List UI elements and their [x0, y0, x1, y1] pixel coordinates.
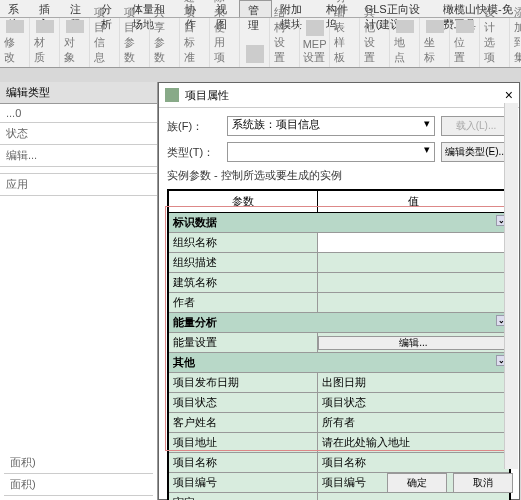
ribbon-icon: [36, 20, 54, 33]
left-item[interactable]: 编辑...: [0, 145, 157, 167]
dialog-title-bar: 项目属性 ×: [159, 83, 519, 108]
ribbon-item-4[interactable]: 项目 参数: [120, 18, 150, 67]
ribbon-icon: [426, 20, 444, 33]
group-header[interactable]: 标识数据⌄: [168, 213, 510, 233]
family-label: 族(F)：: [167, 119, 227, 134]
ribbon-icon: [306, 20, 324, 36]
col-param: 参数: [168, 190, 317, 213]
ribbon-icon: [456, 20, 474, 33]
param-value[interactable]: [317, 293, 510, 313]
ribbon-item-5[interactable]: 共享 参数: [150, 18, 180, 67]
param-name: 建筑名称: [168, 273, 317, 293]
left-item[interactable]: 应用: [0, 174, 157, 196]
param-name: 组织名称: [168, 233, 317, 253]
param-name: 项目编号: [168, 473, 317, 493]
load-button: 载入(L)...: [441, 116, 511, 136]
type-label: 类型(T)：: [167, 145, 227, 160]
dialog-icon: [165, 88, 179, 102]
ribbon-item-6[interactable]: 传递 项目标准: [180, 18, 210, 67]
ribbon-item-8[interactable]: [240, 18, 270, 67]
group-header[interactable]: 其他⌄: [168, 353, 510, 373]
param-value[interactable]: 请在此处输入地址: [317, 433, 510, 453]
left-header: 编辑类型: [0, 82, 157, 104]
ribbon-item-14[interactable]: 坐标: [420, 18, 450, 67]
param-name: 项目地址: [168, 433, 317, 453]
ok-button[interactable]: 确定: [387, 473, 447, 493]
ribbon-item-3[interactable]: 项目 信息: [90, 18, 120, 67]
ribbon-item-11[interactable]: 配电盘明细表 样板: [330, 18, 360, 67]
edit-type-button[interactable]: 编辑类型(E)...: [441, 142, 511, 162]
dialog-title: 项目属性: [185, 88, 229, 103]
group-header[interactable]: 能量分析⌄: [168, 313, 510, 333]
param-value[interactable]: 编辑...: [317, 333, 510, 353]
param-value[interactable]: [317, 253, 510, 273]
param-value[interactable]: 项目状态: [317, 393, 510, 413]
project-properties-dialog: 项目属性 × 族(F)： 系统族：项目信息▾ 载入(L)... 类型(T)： ▾…: [158, 82, 520, 500]
ribbon-item-9[interactable]: 结构 设置: [270, 18, 300, 67]
ribbon-item-7[interactable]: 清除 未使用项: [210, 18, 240, 67]
tab-2[interactable]: 注释: [62, 0, 93, 17]
param-value[interactable]: [317, 233, 510, 253]
property-table: 参数值 标识数据⌄组织名称组织描述建筑名称作者能量分析⌄能量设置编辑...其他⌄…: [167, 189, 511, 500]
param-value[interactable]: [317, 273, 510, 293]
ribbon-icon: [396, 20, 414, 33]
left-bottom-item: 面积): [4, 474, 153, 496]
ribbon-item-0[interactable]: 修改: [0, 18, 30, 67]
param-name: 项目名称: [168, 453, 317, 473]
ribbon-item-17[interactable]: 添加到集: [510, 18, 521, 67]
tab-0[interactable]: 系统: [0, 0, 31, 17]
param-name: 客户姓名: [168, 413, 317, 433]
ribbon-item-1[interactable]: 材质: [30, 18, 60, 67]
left-item[interactable]: ...0: [0, 104, 157, 123]
param-name: 项目发布日期: [168, 373, 317, 393]
cancel-button[interactable]: 取消: [453, 473, 513, 493]
left-bottom-item: 面积): [4, 452, 153, 474]
ribbon-item-15[interactable]: 位置: [450, 18, 480, 67]
type-select[interactable]: ▾: [227, 142, 435, 162]
family-select[interactable]: 系统族：项目信息▾: [227, 116, 435, 136]
param-name: 组织描述: [168, 253, 317, 273]
tab-7[interactable]: 管理: [239, 0, 272, 17]
param-value[interactable]: 出图日期: [317, 373, 510, 393]
param-name: 作者: [168, 293, 317, 313]
ribbon-item-13[interactable]: 地点: [390, 18, 420, 67]
scrollbar[interactable]: [504, 103, 518, 469]
tab-1[interactable]: 插入: [31, 0, 62, 17]
ribbon: 修改材质对象项目 信息项目 参数共享 参数传递 项目标准清除 未使用项结构 设置…: [0, 18, 521, 68]
ribbon-item-12[interactable]: 其他 设置: [360, 18, 390, 67]
param-value[interactable]: 所有者: [317, 413, 510, 433]
tab-11[interactable]: 橄榄山快模-免费工具: [435, 0, 521, 17]
ribbon-icon: [66, 20, 84, 33]
instance-note: 实例参数 - 控制所选或要生成的实例: [167, 168, 511, 183]
param-name: 能量设置: [168, 333, 317, 353]
left-item[interactable]: 状态: [0, 123, 157, 145]
ribbon-icon: [246, 45, 264, 63]
left-panel: 编辑类型 ...0状态编辑...应用 面积)面积): [0, 82, 158, 500]
close-icon[interactable]: ×: [505, 87, 513, 103]
param-name: 审定: [168, 493, 317, 501]
edit-button[interactable]: 编辑...: [318, 336, 509, 350]
col-value: 值: [317, 190, 510, 213]
param-name: 项目状态: [168, 393, 317, 413]
ribbon-item-10[interactable]: MEP 设置: [300, 18, 330, 67]
ribbon-item-2[interactable]: 对象: [60, 18, 90, 67]
main-tabs: 系统插入注释分析体量和场地协作视图管理附加模块构件坞GLS正向设计(建议橄榄山快…: [0, 0, 521, 18]
ribbon-item-16[interactable]: 设计 选项: [480, 18, 510, 67]
ribbon-icon: [6, 20, 24, 33]
left-item[interactable]: [0, 167, 157, 174]
